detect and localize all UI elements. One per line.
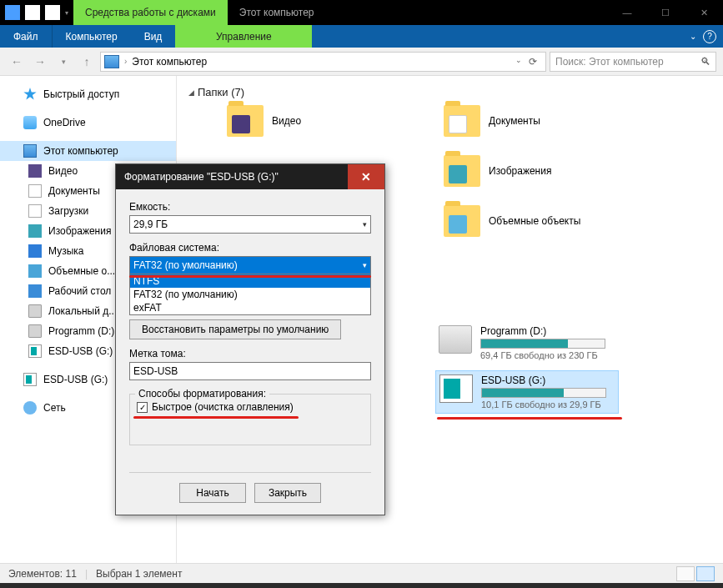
document-icon <box>28 184 42 198</box>
filesystem-label: Файловая система: <box>129 242 371 254</box>
nav-forward-button[interactable]: → <box>30 52 50 72</box>
sidebar-label: Сеть <box>43 402 66 414</box>
format-dialog: Форматирование "ESD-USB (G:)" ✕ Емкость:… <box>115 163 385 515</box>
filesystem-dropdown-list: NTFS FAT32 (по умолчанию) exFAT <box>129 274 371 315</box>
nav-back-button[interactable]: ← <box>7 52 27 72</box>
quick-format-label: Быстрое (очистка оглавления) <box>152 401 294 413</box>
window-title: Этот компьютер <box>228 0 326 25</box>
explorer-icon <box>5 5 20 20</box>
folder-documents[interactable]: Документы <box>444 105 540 137</box>
image-icon <box>28 224 42 238</box>
download-icon <box>28 204 42 218</box>
close-button[interactable]: ✕ <box>685 0 723 25</box>
format-options-fieldset: Способы форматирования: ✓ Быстрое (очист… <box>129 394 371 445</box>
status-item-count: Элементов: 11 <box>8 568 77 580</box>
maximize-button[interactable]: ☐ <box>646 0 685 25</box>
folder-images[interactable]: Изображения <box>444 155 551 187</box>
section-title: Папки (7) <box>198 86 244 98</box>
window-titlebar: ▾ Средства работы с дисками Этот компьют… <box>0 0 723 25</box>
dialog-title: Форматирование "ESD-USB (G:)" <box>124 171 279 183</box>
dialog-titlebar[interactable]: Форматирование "ESD-USB (G:)" ✕ <box>116 164 384 189</box>
status-selection: Выбран 1 элемент <box>96 568 182 580</box>
chevron-down-icon: ▾ <box>363 220 367 229</box>
annotation-underline <box>133 416 299 419</box>
restore-defaults-button[interactable]: Восстановить параметры по умолчанию <box>129 319 341 339</box>
menu-view[interactable]: Вид <box>131 25 176 48</box>
menu-manage[interactable]: Управление <box>175 25 312 48</box>
address-bar[interactable]: › Этот компьютер ⌄ ⟳ <box>100 52 546 72</box>
status-bar: Элементов: 11 | Выбран 1 элемент <box>0 563 723 583</box>
collapse-icon[interactable]: ◢ <box>188 88 194 97</box>
sidebar-this-pc[interactable]: Этот компьютер <box>0 141 176 161</box>
desktop-icon <box>28 284 42 298</box>
filesystem-select[interactable]: FAT32 (по умолчанию) ▾ <box>129 256 371 274</box>
pc-icon <box>23 144 37 158</box>
sidebar-quick-access[interactable]: Быстрый доступ <box>0 84 176 104</box>
app-icon-2 <box>25 5 40 20</box>
drive-programm[interactable]: Programm (D:) 69,4 ГБ свободно из 230 ГБ <box>435 322 619 364</box>
nav-recent-icon[interactable]: ▾ <box>53 52 73 72</box>
sidebar-onedrive[interactable]: OneDrive <box>0 113 176 133</box>
view-tiles-button[interactable] <box>696 566 715 581</box>
search-placeholder: Поиск: Этот компьютер <box>555 56 664 68</box>
network-icon <box>23 401 37 415</box>
cloud-icon <box>23 116 37 129</box>
capacity-bar <box>481 388 606 398</box>
quick-format-checkbox[interactable]: ✓ Быстрое (очистка оглавления) <box>137 401 364 413</box>
volume-label-text: Метка тома: <box>129 348 371 359</box>
folder-label: Видео <box>272 115 301 127</box>
folder-label: Изображения <box>489 165 551 177</box>
folder-icon <box>444 155 480 187</box>
sidebar-label: OneDrive <box>43 117 86 128</box>
menu-computer[interactable]: Компьютер <box>53 25 131 48</box>
folder-3dobjects[interactable]: Объемные объекты <box>444 205 580 237</box>
address-location[interactable]: Этот компьютер <box>132 56 207 68</box>
drive-capacity-text: 69,4 ГБ свободно из 230 ГБ <box>480 350 615 360</box>
sidebar-label: Видео <box>48 165 78 177</box>
usb-icon <box>23 373 37 386</box>
sidebar-label: ESD-USB (G:) <box>48 345 113 357</box>
capacity-select[interactable]: 29,9 ГБ ▾ <box>129 215 371 234</box>
view-details-button[interactable] <box>676 566 695 581</box>
nav-up-button[interactable]: ↑ <box>77 52 97 72</box>
ribbon-menu: Файл Компьютер Вид Управление ⌄ ? <box>0 25 723 48</box>
help-icon[interactable]: ? <box>703 30 716 43</box>
drive-capacity-text: 10,1 ГБ свободно из 29,9 ГБ <box>481 400 615 410</box>
start-button[interactable]: Начать <box>179 483 246 503</box>
drive-icon <box>28 304 42 318</box>
fs-option-fat32[interactable]: FAT32 (по умолчанию) <box>130 288 370 301</box>
app-icon-3 <box>45 5 60 20</box>
address-refresh-icon[interactable]: ⟳ <box>524 56 542 68</box>
folder-label: Объемные объекты <box>489 215 580 227</box>
search-input[interactable]: Поиск: Этот компьютер 🔍︎ <box>550 52 716 72</box>
capacity-label: Емкость: <box>129 201 371 213</box>
ribbon-expand-icon[interactable]: ⌄ <box>690 32 696 41</box>
sidebar-label: Быстрый доступ <box>43 88 119 100</box>
annotation-underline <box>437 417 622 420</box>
checkbox-icon: ✓ <box>137 402 148 413</box>
dialog-close-button[interactable]: ✕ <box>348 164 384 189</box>
folder-video[interactable]: Видео <box>227 105 301 137</box>
drive-icon <box>28 324 42 338</box>
volume-label-input[interactable]: ESD-USB <box>129 362 371 380</box>
ribbon-context-label: Средства работы с дисками <box>73 0 228 25</box>
section-folders[interactable]: ◢ Папки (7) <box>188 86 723 98</box>
menu-file[interactable]: Файл <box>0 25 53 48</box>
minimize-button[interactable]: — <box>608 0 646 25</box>
sidebar-label: ESD-USB (G:) <box>43 374 108 385</box>
hdd-icon <box>439 325 472 354</box>
video-icon <box>28 164 42 178</box>
folder-label: Документы <box>489 115 540 127</box>
sidebar-label: Музыка <box>48 245 83 257</box>
folder-icon <box>444 105 480 137</box>
drive-esd-usb[interactable]: ESD-USB (G:) 10,1 ГБ свободно из 29,9 ГБ <box>435 370 619 414</box>
folder-icon <box>227 105 264 137</box>
breadcrumb-chevron-icon: › <box>124 57 127 66</box>
address-dropdown-icon[interactable]: ⌄ <box>515 56 522 68</box>
qat-overflow[interactable]: ▾ <box>65 9 68 17</box>
volume-value: ESD-USB <box>133 365 178 377</box>
fs-option-exfat[interactable]: exFAT <box>130 301 370 314</box>
music-icon <box>28 244 42 258</box>
search-icon[interactable]: 🔍︎ <box>700 56 710 68</box>
close-dialog-button[interactable]: Закрыть <box>254 483 321 503</box>
